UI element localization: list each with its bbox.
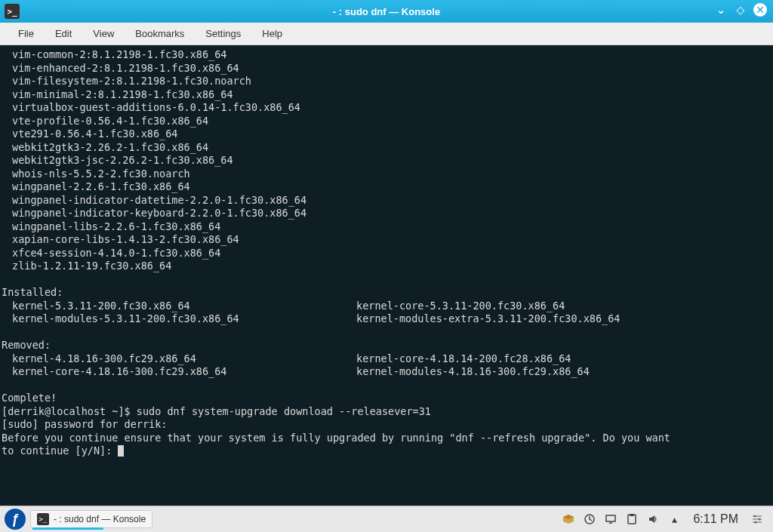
start-button[interactable]: ƒ (5, 509, 26, 530)
minimize-button[interactable]: ⌄ (714, 3, 728, 17)
tray-expand-icon[interactable]: ▴ (667, 512, 681, 526)
package-line: wingpanel-2.2.6-1.fc30.x86_64 (2, 180, 771, 194)
system-tray: ▴ 6:11 PM (562, 512, 768, 526)
taskbar: ƒ >_ - : sudo dnf — Konsole ▴ 6:11 PM (0, 506, 773, 532)
display-icon[interactable] (604, 512, 617, 526)
package-line: vim-filesystem-2:8.1.2198-1.fc30.noarch (2, 75, 771, 88)
menu-help[interactable]: Help (251, 24, 293, 43)
window-title: - : sudo dnf — Konsole (333, 6, 440, 17)
svg-point-5 (759, 518, 761, 521)
package-line: whois-nls-5.5.2-2.fc30.noarch (2, 168, 771, 181)
package-line: vim-minimal-2:8.1.2198-1.fc30.x86_64 (2, 88, 771, 102)
window-controls: ⌄ ◇ ✕ (714, 3, 767, 17)
svg-rect-3 (630, 514, 634, 516)
active-indicator (32, 527, 103, 530)
package-line: vim-enhanced-2:8.1.2198-1.fc30.x86_64 (2, 62, 771, 75)
package-line: xapian-core-libs-1.4.13-2.fc30.x86_64 (2, 233, 771, 247)
menu-file[interactable]: File (8, 24, 45, 43)
volume-icon[interactable] (646, 512, 660, 526)
package-line: xfce4-session-4.14.0-1.fc30.x86_64 (2, 247, 771, 260)
svg-point-4 (754, 515, 756, 518)
terminal-cursor (118, 445, 124, 457)
package-icon[interactable] (562, 512, 575, 526)
menubar: File Edit View Bookmarks Settings Help (0, 23, 773, 45)
complete-line: Complete! (2, 392, 771, 405)
task-label: - : sudo dnf — Konsole (54, 514, 146, 524)
update-icon[interactable] (583, 512, 596, 526)
menu-bookmarks[interactable]: Bookmarks (125, 24, 195, 43)
package-line: vte291-0.56.4-1.fc30.x86_64 (2, 128, 771, 141)
menu-settings[interactable]: Settings (195, 24, 251, 43)
removed-row: kernel-4.18.16-300.fc29.x86_64kernel-cor… (2, 352, 771, 366)
removed-header: Removed: (2, 339, 771, 352)
sudo-line: [sudo] password for derrik: (2, 418, 771, 432)
clock[interactable]: 6:11 PM (688, 512, 743, 526)
package-line: vim-common-2:8.1.2198-1.fc30.x86_64 (2, 48, 771, 62)
installed-row: kernel-5.3.11-200.fc30.x86_64kernel-core… (2, 300, 771, 313)
prompt-line: [derrik@localhost ~]$ sudo dnf system-up… (2, 405, 771, 419)
package-line: wingpanel-indicator-datetime-2.2.0-1.fc3… (2, 194, 771, 208)
package-line: webkit2gtk3-jsc-2.26.2-1.fc30.x86_64 (2, 154, 771, 168)
installed-row: kernel-modules-5.3.11-200.fc30.x86_64ker… (2, 312, 771, 326)
terminal-output[interactable]: vim-common-2:8.1.2198-1.fc30.x86_64vim-e… (0, 45, 773, 506)
menu-view[interactable]: View (82, 24, 125, 43)
package-line: virtualbox-guest-additions-6.0.14-1.fc30… (2, 101, 771, 115)
window-titlebar: >_ - : sudo dnf — Konsole ⌄ ◇ ✕ (0, 0, 773, 23)
package-line: wingpanel-libs-2.2.6-1.fc30.x86_64 (2, 220, 771, 234)
svg-point-6 (755, 521, 757, 524)
maximize-button[interactable]: ◇ (734, 3, 747, 17)
clipboard-icon[interactable] (625, 512, 639, 526)
terminal-icon: >_ (37, 513, 49, 525)
taskbar-task-konsole[interactable]: >_ - : sudo dnf — Konsole (30, 510, 152, 528)
removed-row: kernel-core-4.18.16-300.fc29.x86_64kerne… (2, 365, 771, 379)
package-line: webkit2gtk3-2.26.2-1.fc30.x86_64 (2, 141, 771, 155)
menu-edit[interactable]: Edit (45, 24, 82, 43)
package-line: zlib-1.2.11-19.fc30.x86_64 (2, 260, 771, 273)
package-line: wingpanel-indicator-keyboard-2.2.0-1.fc3… (2, 207, 771, 220)
package-line: vte-profile-0.56.4-1.fc30.x86_64 (2, 115, 771, 128)
installed-header: Installed: (2, 286, 771, 300)
svg-rect-1 (606, 515, 615, 521)
confirm-line: Before you continue ensure that your sys… (2, 432, 771, 458)
app-icon: >_ (5, 4, 20, 19)
settings-icon[interactable] (750, 512, 764, 526)
close-button[interactable]: ✕ (753, 3, 767, 17)
